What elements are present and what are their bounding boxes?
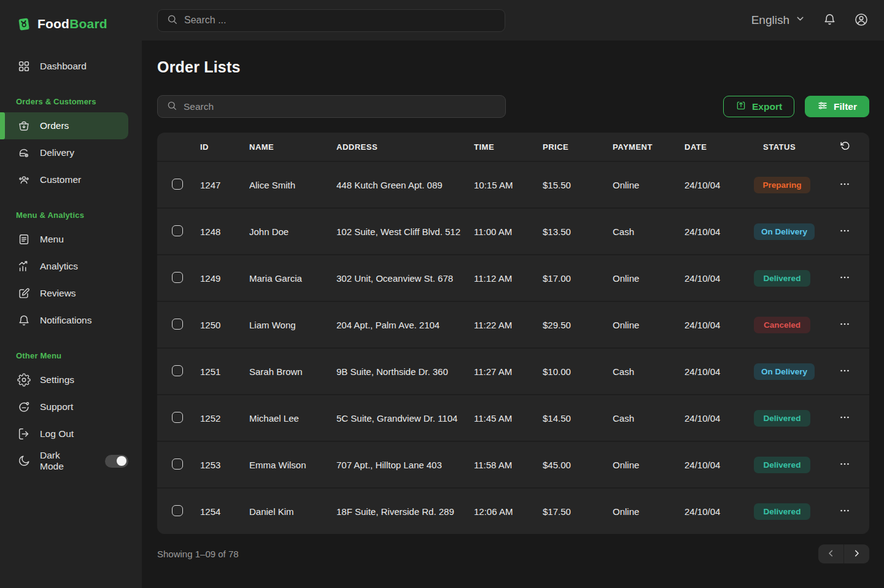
order-price: $14.50	[543, 413, 613, 424]
table-row[interactable]: 1254 Daniel Kim 18F Suite, Riverside Rd.…	[157, 487, 869, 534]
row-checkbox[interactable]	[172, 179, 183, 190]
row-menu-button[interactable]	[836, 362, 853, 381]
order-id: 1252	[200, 413, 249, 424]
row-checkbox[interactable]	[172, 365, 183, 376]
sidebar-item-delivery[interactable]: Delivery	[0, 139, 128, 166]
filter-sliders-icon	[817, 100, 828, 114]
row-menu-button[interactable]	[836, 455, 853, 474]
sidebar-item-menu[interactable]: Menu	[0, 226, 128, 253]
customer-name: Sarah Brown	[249, 366, 336, 377]
refresh-button[interactable]	[837, 137, 853, 156]
row-checkbox[interactable]	[172, 505, 183, 516]
table-row[interactable]: 1249 Maria Garcia 302 Unit, Oceanview St…	[157, 254, 869, 301]
previous-page-button[interactable]	[818, 544, 843, 563]
sidebar-section-menu-analytics: Menu & Analytics	[0, 211, 142, 220]
order-address: 102 Suite, West Cliff Blvd. 512	[336, 226, 474, 237]
column-header-date[interactable]: DATE	[684, 142, 754, 152]
sidebar-item-label: Analytics	[40, 261, 78, 272]
customer-name: Emma Wilson	[249, 460, 336, 470]
customer-name: Daniel Kim	[249, 506, 336, 517]
order-time: 11:45 AM	[474, 413, 543, 424]
sidebar-item-analytics[interactable]: Analytics	[0, 253, 128, 280]
table-search[interactable]	[157, 95, 506, 118]
table-row[interactable]: 1248 John Doe 102 Suite, West Cliff Blvd…	[157, 207, 869, 254]
export-button[interactable]: Export	[723, 96, 794, 117]
order-time: 11:00 AM	[474, 226, 543, 237]
row-checkbox[interactable]	[172, 458, 183, 470]
sidebar-item-dashboard[interactable]: Dashboard	[0, 53, 128, 80]
status-badge: Delivered	[754, 410, 810, 427]
order-date: 24/10/04	[684, 180, 754, 190]
order-date: 24/10/04	[684, 226, 754, 237]
column-header-id[interactable]: ID	[200, 142, 249, 152]
language-selector[interactable]: English	[751, 14, 805, 27]
support-icon	[17, 400, 31, 414]
table-row[interactable]: 1251 Sarah Brown 9B Suite, Northside Dr.…	[157, 347, 869, 394]
row-checkbox[interactable]	[172, 412, 183, 423]
sidebar-item-orders[interactable]: Orders	[0, 112, 128, 139]
sidebar-item-label: Customer	[40, 174, 81, 185]
sidebar-item-reviews[interactable]: Reviews	[0, 280, 128, 307]
global-search[interactable]	[157, 9, 505, 32]
filter-button[interactable]: Filter	[805, 96, 869, 117]
bell-icon	[823, 12, 837, 28]
table-row[interactable]: 1252 Michael Lee 5C Suite, Grandview Dr.…	[157, 394, 869, 441]
dots-menu-icon	[839, 178, 851, 192]
customer-name: Alice Smith	[249, 180, 336, 190]
sidebar-section-orders-customers: Orders & Customers	[0, 97, 142, 106]
dashboard-icon	[17, 60, 31, 73]
dark-mode-toggle[interactable]	[105, 455, 128, 468]
row-menu-button[interactable]	[836, 269, 853, 288]
next-page-button[interactable]	[844, 544, 869, 563]
notifications-button[interactable]	[821, 12, 837, 28]
status-badge: On Delivery	[754, 223, 815, 240]
sidebar-item-support[interactable]: Support	[0, 393, 128, 420]
global-search-input[interactable]	[184, 15, 496, 26]
column-header-price[interactable]: PRICE	[543, 142, 613, 152]
order-date: 24/10/04	[684, 320, 754, 330]
row-menu-button[interactable]	[836, 409, 853, 428]
row-menu-button[interactable]	[836, 315, 853, 335]
order-date: 24/10/04	[684, 506, 754, 517]
basket-icon	[17, 119, 31, 133]
analytics-icon	[17, 260, 31, 273]
sidebar-item-logout[interactable]: Log Out	[0, 420, 128, 447]
dots-menu-icon	[839, 458, 851, 472]
payment-method: Cash	[613, 226, 684, 237]
sidebar-item-notifications[interactable]: Notifications	[0, 307, 128, 334]
customer-name: Maria Garcia	[249, 273, 336, 284]
customers-icon	[17, 173, 31, 187]
order-time: 11:58 AM	[474, 460, 543, 470]
row-menu-button[interactable]	[836, 176, 853, 195]
row-checkbox[interactable]	[172, 272, 183, 283]
payment-method: Online	[613, 506, 684, 517]
sidebar-item-settings[interactable]: Settings	[0, 366, 128, 393]
order-price: $29.50	[543, 320, 613, 330]
app-window: FoodBoard Dashboard Orders & Customers O…	[0, 0, 884, 588]
column-header-address[interactable]: ADDRESS	[336, 142, 474, 152]
table-search-input[interactable]	[184, 101, 497, 112]
row-checkbox[interactable]	[172, 319, 183, 330]
column-header-name[interactable]: NAME	[249, 142, 336, 152]
column-header-status[interactable]: STATUS	[754, 142, 832, 152]
search-icon	[166, 100, 177, 114]
brand-logo[interactable]: FoodBoard	[0, 14, 142, 32]
order-time: 11:22 AM	[474, 320, 543, 330]
column-header-time[interactable]: TIME	[474, 142, 543, 152]
payment-method: Online	[613, 320, 684, 330]
order-address: 18F Suite, Riverside Rd. 289	[336, 506, 474, 517]
row-menu-button[interactable]	[836, 222, 853, 241]
table-row[interactable]: 1247 Alice Smith 448 Kutch Green Apt. 08…	[157, 161, 869, 207]
row-menu-button[interactable]	[836, 502, 853, 521]
column-header-payment[interactable]: PAYMENT	[613, 142, 684, 152]
table-row[interactable]: 1250 Liam Wong 204 Apt., Palm Ave. 2104 …	[157, 301, 869, 347]
sidebar-item-label: Delivery	[40, 147, 74, 158]
reviews-icon	[17, 287, 31, 300]
sidebar-item-dark-mode[interactable]: Dark Mode	[0, 447, 128, 474]
row-checkbox[interactable]	[172, 225, 183, 236]
account-button[interactable]	[853, 12, 869, 28]
sidebar-item-customer[interactable]: Customer	[0, 166, 128, 193]
table-row[interactable]: 1253 Emma Wilson 707 Apt., Hilltop Lane …	[157, 441, 869, 487]
user-icon	[854, 12, 869, 29]
dots-menu-icon	[839, 365, 851, 379]
